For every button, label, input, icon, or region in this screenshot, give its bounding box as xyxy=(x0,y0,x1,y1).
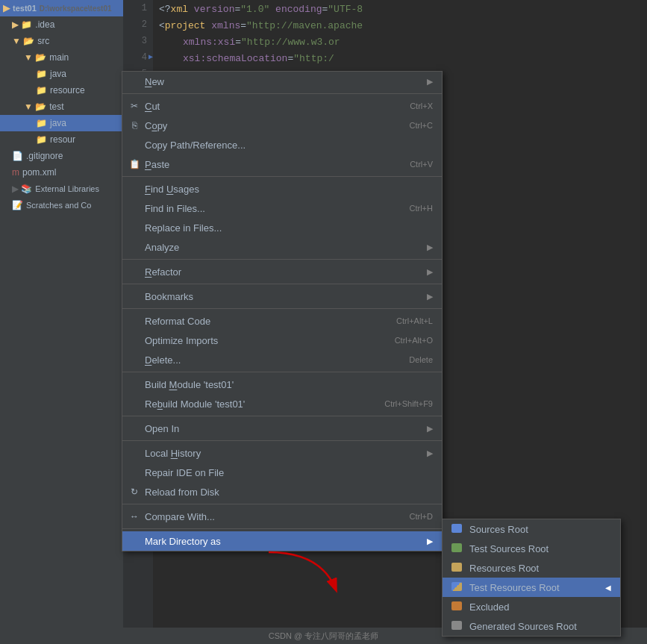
menu-label: Find in Files... xyxy=(145,203,205,214)
menu-label: Paste xyxy=(145,159,169,170)
menu-item-delete[interactable]: Delete... Delete xyxy=(122,350,442,369)
menu-item-copy[interactable]: ⎘ Copy Ctrl+C xyxy=(122,116,442,135)
compare-icon: ↔ xyxy=(128,511,140,522)
menu-item-reformat[interactable]: Reformat Code Ctrl+Alt+L xyxy=(122,311,442,331)
shortcut-label: Ctrl+X xyxy=(410,101,433,110)
menu-label: Repair IDE on File xyxy=(145,467,224,478)
tree-item-resources-test[interactable]: 📁 resour xyxy=(0,131,123,148)
menu-item-compare[interactable]: ↔ Compare With... Ctrl+D xyxy=(122,507,442,526)
separator xyxy=(122,308,442,309)
folder-icon: 📁 xyxy=(36,85,47,96)
folder-icon: ▼ 📂 xyxy=(24,52,46,63)
tree-item-java-test[interactable]: 📁 java xyxy=(0,115,123,131)
tree-item-idea[interactable]: ▶ 📁 .idea xyxy=(0,16,123,33)
tree-label: resource xyxy=(50,85,85,96)
menu-item-open-in[interactable]: Open In ▶ xyxy=(122,419,442,438)
shortcut-label: Ctrl+H xyxy=(410,204,433,213)
shortcut-label: Ctrl+Alt+L xyxy=(396,316,433,325)
menu-item-mark-directory[interactable]: Mark Directory as ▶ xyxy=(122,531,442,551)
tree-item-test[interactable]: ▼ 📂 test xyxy=(0,99,123,115)
submenu-item-test-sources-root[interactable]: Test Sources Root xyxy=(443,539,620,558)
menu-item-copy-path[interactable]: Copy Path/Reference... xyxy=(122,135,442,154)
submenu-item-excluded[interactable]: Excluded xyxy=(443,597,620,616)
menu-item-local-history[interactable]: Local History ▶ xyxy=(122,443,442,463)
test-sources-root-icon xyxy=(451,543,463,554)
project-tree: ▶ test01 D:\workspace\test01 ▶ 📁 .idea ▼… xyxy=(0,0,123,644)
menu-item-cut[interactable]: ✂ Cut Ctrl+X xyxy=(122,96,442,116)
menu-label: Copy Path/Reference... xyxy=(145,140,246,151)
menu-item-find-usages[interactable]: Find Usages xyxy=(122,179,442,198)
shortcut-label: Ctrl+Alt+O xyxy=(395,336,433,345)
submenu-item-sources-root[interactable]: Sources Root xyxy=(443,519,620,539)
tree-item-src[interactable]: ▼ 📂 src xyxy=(0,33,123,49)
resources-root-icon xyxy=(451,563,463,573)
submenu-label: Excluded xyxy=(469,601,509,613)
menu-label: Local History xyxy=(145,448,201,459)
submenu-item-resources-root[interactable]: Resources Root xyxy=(443,558,620,578)
tree-item-gitignore[interactable]: 📄 .gitignore xyxy=(0,148,123,164)
folder-icon: ▶ 📁 xyxy=(12,19,32,30)
folder-icon: 📁 xyxy=(36,134,47,145)
tree-root[interactable]: ▶ test01 D:\workspace\test01 xyxy=(0,0,123,16)
menu-item-replace-in-files[interactable]: Replace in Files... xyxy=(122,218,442,237)
menu-label: Cut xyxy=(145,101,160,112)
menu-label: Bookmarks xyxy=(145,291,193,302)
menu-item-repair-ide[interactable]: Repair IDE on File xyxy=(122,463,442,482)
excluded-icon xyxy=(451,601,463,612)
submenu-label: Sources Root xyxy=(469,524,528,535)
tree-item-scratches[interactable]: 📝 Scratches and Co xyxy=(0,197,123,213)
menu-item-paste[interactable]: 📋 Paste Ctrl+V xyxy=(122,154,442,174)
project-title: test01 xyxy=(13,4,37,13)
tree-item-java-main[interactable]: 📁 java xyxy=(0,66,123,82)
watermark-text: CSDN @ 专注八阿哥的孟老师 xyxy=(269,631,378,642)
submenu-item-generated-sources-root[interactable]: Generated Sources Root xyxy=(443,616,620,636)
menu-item-refactor[interactable]: Refactor ▶ xyxy=(122,262,442,281)
submenu-arrow: ▶ xyxy=(427,292,433,301)
tree-item-pom[interactable]: m pom.xml xyxy=(0,164,123,181)
menu-item-find-in-files[interactable]: Find in Files... Ctrl+H xyxy=(122,198,442,218)
paste-icon: 📋 xyxy=(128,159,140,169)
menu-item-reload[interactable]: ↻ Reload from Disk xyxy=(122,482,442,501)
submenu-label: Resources Root xyxy=(469,563,539,574)
tree-item-extlib[interactable]: ▶ 📚 External Libraries xyxy=(0,181,123,197)
menu-label: Refactor xyxy=(145,266,181,278)
menu-item-rebuild-module[interactable]: Rebuild Module 'test01' Ctrl+Shift+F9 xyxy=(122,394,442,413)
file-icon: 📄 xyxy=(12,151,23,161)
menu-item-analyze[interactable]: Analyze ▶ xyxy=(122,237,442,257)
separator xyxy=(122,93,442,94)
shortcut-label: Delete xyxy=(409,355,433,364)
separator xyxy=(122,416,442,416)
tree-label: main xyxy=(49,52,69,63)
tree-item-main[interactable]: ▼ 📂 main xyxy=(0,49,123,66)
folder-icon: 📝 xyxy=(12,200,23,210)
tree-label: test xyxy=(49,101,63,112)
submenu-label: Generated Sources Root xyxy=(469,621,577,632)
menu-label: Rebuild Module 'test01' xyxy=(145,398,245,410)
submenu-label: Test Sources Root xyxy=(469,543,548,554)
separator xyxy=(122,284,442,284)
submenu-arrow: ▶ xyxy=(427,424,433,434)
separator xyxy=(122,440,442,441)
separator xyxy=(122,504,442,504)
menu-label: Compare With... xyxy=(145,511,215,522)
tree-label: .gitignore xyxy=(26,151,63,161)
tree-label: pom.xml xyxy=(22,167,56,178)
project-icon: ▶ xyxy=(3,3,10,13)
tree-item-resources-main[interactable]: 📁 resource xyxy=(0,82,123,99)
separator xyxy=(122,176,442,177)
menu-item-bookmarks[interactable]: Bookmarks ▶ xyxy=(122,287,442,306)
folder-icon: 📁 xyxy=(36,118,47,128)
shortcut-label: Ctrl+V xyxy=(410,160,433,169)
menu-item-build-module[interactable]: Build Module 'test01' xyxy=(122,375,442,394)
menu-item-new[interactable]: New ▶ xyxy=(122,72,442,91)
generated-sources-root-icon xyxy=(451,621,463,631)
submenu-item-test-resources-root[interactable]: Test Resources Root xyxy=(443,578,620,597)
mark-directory-submenu: Sources Root Test Sources Root Resources… xyxy=(442,519,621,637)
submenu-arrow: ▶ xyxy=(427,243,433,252)
menu-label: Reformat Code xyxy=(145,316,210,327)
submenu-arrow: ▶ xyxy=(427,448,433,458)
menu-label: Copy xyxy=(145,120,167,131)
menu-item-optimize[interactable]: Optimize Imports Ctrl+Alt+O xyxy=(122,331,442,350)
folder-icon: ▶ 📚 xyxy=(12,184,32,194)
menu-label: Mark Directory as xyxy=(145,536,221,547)
